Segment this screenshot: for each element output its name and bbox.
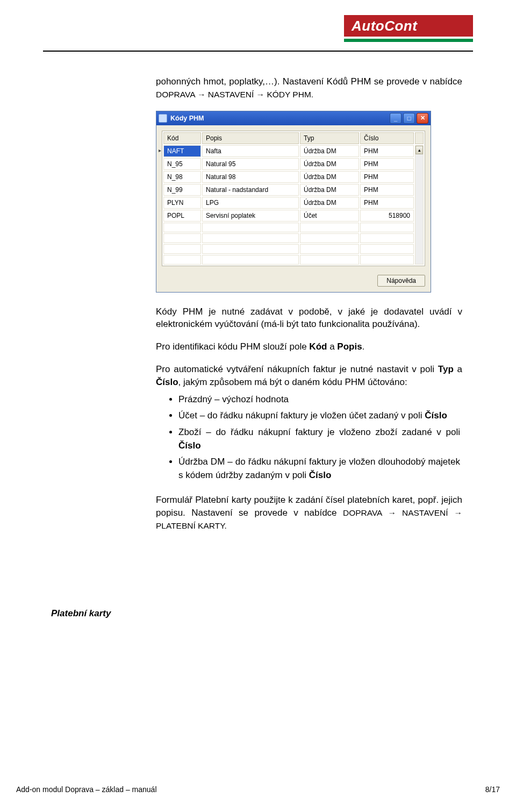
grid-header-row: Kód Popis Typ Číslo [163, 132, 424, 144]
field-cislo: Číslo [309, 470, 332, 480]
cell[interactable]: PHM [360, 158, 414, 170]
cell[interactable]: Údržba DM [300, 184, 359, 196]
cell[interactable]: 518900 [360, 210, 414, 222]
cell[interactable]: LPG [202, 197, 299, 209]
text: Účet – do řádku nákupní faktury je vlože… [178, 410, 425, 421]
table-row[interactable] [163, 255, 424, 265]
col-typ[interactable]: Typ [300, 132, 359, 144]
bullet-list: Prázdný – výchozí hodnota Účet – do řádk… [178, 393, 462, 482]
cell[interactable]: POPL [163, 210, 201, 222]
scrollbar-spacer [415, 132, 424, 144]
text: . [362, 341, 365, 352]
margin-heading-platebni-karty: Platební karty [51, 608, 142, 619]
text: , jakým způsobem má být o daném kódu PHM… [178, 377, 407, 387]
table-row[interactable] [163, 223, 424, 232]
cell[interactable]: PHM [360, 184, 414, 196]
col-cislo[interactable]: Číslo [360, 132, 414, 144]
vertical-scrollbar[interactable]: ▴ [415, 145, 424, 265]
field-kod: Kód [309, 341, 327, 352]
cell[interactable]: PHM [360, 171, 414, 183]
window-icon [159, 114, 167, 123]
maximize-button[interactable]: □ [403, 113, 415, 124]
table-row[interactable]: N_99Natural - nadstandardÚdržba DMPHM [163, 184, 424, 196]
list-item: Zboží – do řádku nákupní faktury je vlož… [178, 426, 462, 452]
col-popis[interactable]: Popis [202, 132, 299, 144]
logo-main: AutoCont [344, 15, 473, 37]
text: pohonných hmot, poplatky,…). Nastavení K… [156, 76, 462, 87]
page-footer: Add-on modul Doprava – základ – manuál 8… [16, 785, 500, 794]
cell[interactable]: Údržba DM [300, 158, 359, 170]
cell[interactable]: Natural - nadstandard [202, 184, 299, 196]
footer-left: Add-on modul Doprava – základ – manuál [16, 785, 157, 794]
logo-stripe [344, 39, 473, 42]
minimize-button[interactable]: _ [390, 113, 402, 124]
table-row[interactable]: N_95Natural 95Údržba DMPHM [163, 158, 424, 170]
help-button[interactable]: Nápověda [377, 275, 425, 287]
field-typ: Typ [438, 364, 454, 374]
col-kod[interactable]: Kód [163, 132, 201, 144]
cell[interactable]: Účet [300, 210, 359, 222]
cell[interactable]: Natural 98 [202, 171, 299, 183]
screenshot-kody-phm: Kódy PHM _ □ ✕ Kód Popis Typ Číslo [156, 111, 431, 293]
cell[interactable]: N_99 [163, 184, 201, 196]
table-row[interactable]: POPLServisní poplatekÚčet518900 [163, 210, 424, 222]
cell[interactable]: N_98 [163, 171, 201, 183]
list-item: Údržba DM – do řádku nákupní faktury je … [178, 455, 462, 482]
header-rule [43, 51, 473, 52]
field-cislo: Číslo [425, 410, 447, 421]
cell[interactable]: Údržba DM [300, 145, 359, 157]
table-row[interactable]: PLYNLPGÚdržba DMPHM [163, 197, 424, 209]
field-cislo: Číslo [178, 440, 201, 451]
cell[interactable]: PLYN [163, 197, 201, 209]
cell[interactable]: PHM [360, 145, 414, 157]
field-cislo: Číslo [156, 377, 178, 387]
close-button[interactable]: ✕ [417, 113, 428, 124]
paragraph-3: Pro identifikaci kódu PHM slouží pole Kó… [156, 340, 462, 353]
logo-text: AutoCont [352, 18, 417, 34]
logo: AutoCont [344, 15, 473, 44]
data-grid[interactable]: Kód Popis Typ Číslo NAFT Nafta Údržba DM [162, 131, 425, 266]
cell[interactable]: Údržba DM [300, 171, 359, 183]
table-row[interactable]: N_98Natural 98Údržba DMPHM [163, 171, 424, 183]
table-row[interactable] [163, 233, 424, 243]
window-title: Kódy PHM [170, 115, 390, 122]
list-item: Prázdný – výchozí hodnota [178, 393, 462, 407]
text: Pro identifikaci kódu PHM slouží pole [156, 341, 309, 352]
cell[interactable]: NAFT [163, 145, 201, 157]
text: a [327, 341, 337, 352]
scroll-up-icon[interactable]: ▴ [415, 146, 423, 154]
paragraph-4: Pro automatické vytváření nákupních fakt… [156, 363, 462, 389]
paragraph-2: Kódy PHM je nutné zadávat v podobě, v ja… [156, 305, 462, 331]
text: a [454, 364, 462, 374]
window-titlebar: Kódy PHM _ □ ✕ [156, 111, 431, 125]
cell[interactable]: Servisní poplatek [202, 210, 299, 222]
menu-path: DOPRAVA → NASTAVENÍ → KÓDY PHM. [156, 90, 313, 99]
cell[interactable]: Nafta [202, 145, 299, 157]
paragraph-5: Formulář Platební karty použijte k zadán… [156, 494, 462, 532]
cell[interactable]: PHM [360, 197, 414, 209]
cell[interactable]: N_95 [163, 158, 201, 170]
footer-right: 8/17 [485, 785, 500, 794]
cell[interactable]: Údržba DM [300, 197, 359, 209]
list-item: Účet – do řádku nákupní faktury je vlože… [178, 409, 462, 423]
table-row[interactable] [163, 244, 424, 254]
text: Pro automatické vytváření nákupních fakt… [156, 364, 438, 374]
field-popis: Popis [337, 341, 362, 352]
cell[interactable]: Natural 95 [202, 158, 299, 170]
table-row[interactable]: NAFT Nafta Údržba DM PHM ▴ [163, 145, 424, 157]
paragraph-intro: pohonných hmot, poplatky,…). Nastavení K… [156, 75, 462, 101]
text: Zboží – do řádku nákupní faktury je vlož… [178, 427, 460, 437]
